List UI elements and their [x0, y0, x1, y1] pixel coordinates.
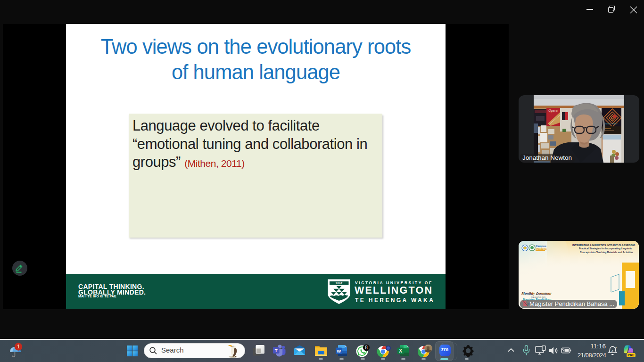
svg-text:X: X — [399, 348, 402, 354]
svg-text:T: T — [275, 348, 278, 353]
svg-text:1897: 1897 — [336, 282, 343, 285]
svg-text:INTEGRATING LINGUISTICS INTO E: INTEGRATING LINGUISTICS INTO ELT CLASSRO… — [572, 244, 636, 247]
svg-text:Concepts into Teaching Materia: Concepts into Teaching Materials and Act… — [580, 251, 633, 254]
svg-text:8: 8 — [365, 345, 368, 350]
svg-text:W: W — [337, 348, 341, 354]
svg-text:Monthly Zoominar: Monthly Zoominar — [521, 291, 552, 296]
svg-text:z: z — [611, 348, 613, 353]
svg-text:1: 1 — [17, 344, 20, 349]
svg-text:z: z — [615, 346, 617, 350]
svg-text:Practical Strategies for Incor: Practical Strategies for Incorporating L… — [579, 247, 632, 250]
svg-text:Merdeka: Merdeka — [536, 247, 547, 250]
